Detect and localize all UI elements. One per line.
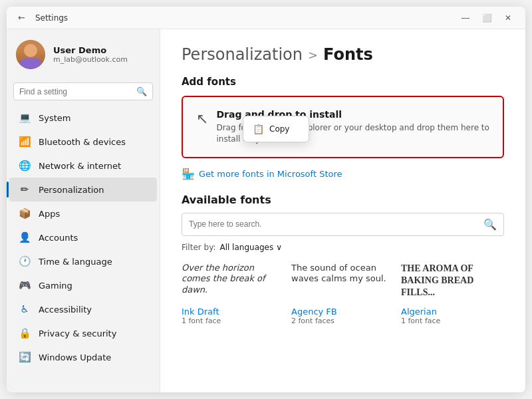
drop-zone[interactable]: ↖ Drag and drop to install Drag fonts fr… <box>182 96 504 158</box>
sidebar-item-label: Privacy & security <box>39 329 116 338</box>
sidebar-item-bluetooth[interactable]: 📶 Bluetooth & devices <box>9 130 157 154</box>
search-input[interactable] <box>19 87 132 96</box>
sidebar-item-label: Personalization <box>39 185 104 195</box>
system-icon: 💻 <box>19 112 31 124</box>
font-preview: The sound of ocean waves calms my soul. <box>291 263 394 303</box>
sidebar-item-label: Time & language <box>39 257 112 267</box>
user-email: m_lab@outlook.com <box>53 55 128 64</box>
sidebar-item-system[interactable]: 💻 System <box>9 106 157 130</box>
minimize-button[interactable]: — <box>456 11 475 25</box>
privacy-icon: 🔒 <box>19 327 31 339</box>
sidebar-item-time[interactable]: 🕐 Time & language <box>9 249 157 273</box>
maximize-button[interactable]: ⬜ <box>477 11 496 25</box>
breadcrumb-parent[interactable]: Personalization <box>182 45 303 64</box>
font-item: THE AROMA OF BAKING BREAD FILLS... Alger… <box>401 263 504 325</box>
sidebar-item-label: Gaming <box>39 281 72 291</box>
sidebar-item-accessibility[interactable]: ♿ Accessibility <box>9 297 157 321</box>
user-profile: User Demo m_lab@outlook.com <box>7 29 160 80</box>
time-icon: 🕐 <box>19 255 31 267</box>
font-search-box[interactable]: 🔍 <box>182 213 504 236</box>
context-menu-copy-label: Copy <box>269 124 289 134</box>
sidebar-item-label: Network & internet <box>39 161 121 171</box>
cursor-icon: ↖ <box>196 110 208 127</box>
window-title: Settings <box>35 13 68 23</box>
settings-window: ← Settings — ⬜ ✕ User Demo m_lab <box>7 7 525 392</box>
fonts-grid: Over the horizon comes the break of dawn… <box>182 263 504 325</box>
copy-icon: 📋 <box>253 124 264 134</box>
sidebar-item-apps[interactable]: 📦 Apps <box>9 201 157 225</box>
sidebar-item-label: Bluetooth & devices <box>39 137 126 147</box>
filter-dropdown[interactable]: All languages ∨ <box>219 243 282 252</box>
user-info: User Demo m_lab@outlook.com <box>53 45 128 64</box>
sidebar-item-personalization[interactable]: ✏️ Personalization <box>9 178 157 201</box>
content-pane: Personalization > Fonts Add fonts ↖ Drag… <box>160 29 525 392</box>
store-link[interactable]: 🏪 Get more fonts in Microsoft Store <box>182 168 504 180</box>
bluetooth-icon: 📶 <box>19 136 31 148</box>
breadcrumb-current: Fonts <box>323 45 373 64</box>
font-faces: 1 font face <box>401 317 504 325</box>
sidebar-item-label: Accounts <box>39 233 78 243</box>
sidebar-item-update[interactable]: 🔄 Windows Update <box>9 345 157 369</box>
user-name: User Demo <box>53 45 128 55</box>
network-icon: 🌐 <box>19 160 31 172</box>
filter-value: All languages <box>219 243 273 252</box>
context-menu-copy[interactable]: 📋 Copy <box>243 119 309 139</box>
avatar <box>16 40 45 69</box>
main-area: User Demo m_lab@outlook.com 🔍 💻 System 📶… <box>7 29 525 392</box>
context-menu: 📋 Copy <box>243 116 309 142</box>
accessibility-icon: ♿ <box>19 303 31 315</box>
store-link-label: Get more fonts in Microsoft Store <box>199 169 342 179</box>
apps-icon: 📦 <box>19 207 31 219</box>
font-faces: 2 font faces <box>291 317 394 325</box>
titlebar: ← Settings — ⬜ ✕ <box>7 7 525 29</box>
sidebar-item-label: Accessibility <box>39 305 92 315</box>
sidebar-item-label: Apps <box>39 209 60 219</box>
font-preview: Over the horizon comes the break of dawn… <box>182 263 285 303</box>
breadcrumb: Personalization > Fonts <box>182 45 504 64</box>
back-button[interactable]: ← <box>15 11 29 24</box>
sidebar: User Demo m_lab@outlook.com 🔍 💻 System 📶… <box>7 29 160 392</box>
personalization-icon: ✏️ <box>19 184 31 196</box>
font-search-input[interactable] <box>189 219 479 229</box>
font-item: The sound of ocean waves calms my soul. … <box>291 263 394 325</box>
font-search-icon: 🔍 <box>483 218 497 231</box>
font-preview: THE AROMA OF BAKING BREAD FILLS... <box>401 263 504 303</box>
search-box[interactable]: 🔍 <box>13 82 153 100</box>
font-item: Over the horizon comes the break of dawn… <box>182 263 285 325</box>
sidebar-item-privacy[interactable]: 🔒 Privacy & security <box>9 321 157 345</box>
font-name[interactable]: Agency FB <box>291 307 394 317</box>
gaming-icon: 🎮 <box>19 279 31 291</box>
add-fonts-title: Add fonts <box>182 76 504 88</box>
font-name[interactable]: Ink Draft <box>182 307 285 317</box>
filter-label: Filter by: <box>182 243 215 252</box>
sidebar-item-gaming[interactable]: 🎮 Gaming <box>9 273 157 297</box>
sidebar-item-network[interactable]: 🌐 Network & internet <box>9 154 157 178</box>
filter-bar: Filter by: All languages ∨ <box>182 243 504 252</box>
update-icon: 🔄 <box>19 351 31 363</box>
font-faces: 1 font face <box>182 317 285 325</box>
store-icon: 🏪 <box>182 168 195 180</box>
sidebar-item-label: System <box>39 113 70 123</box>
accounts-icon: 👤 <box>19 231 31 243</box>
sidebar-item-label: Windows Update <box>39 352 111 362</box>
chevron-down-icon: ∨ <box>276 243 282 252</box>
titlebar-left: ← Settings <box>15 11 68 24</box>
search-icon: 🔍 <box>136 86 147 96</box>
breadcrumb-separator: > <box>308 48 318 62</box>
sidebar-item-accounts[interactable]: 👤 Accounts <box>9 225 157 249</box>
close-button[interactable]: ✕ <box>499 11 517 25</box>
available-fonts-title: Available fonts <box>182 194 504 206</box>
font-name[interactable]: Algerian <box>401 307 504 317</box>
window-controls: — ⬜ ✕ <box>456 11 517 25</box>
